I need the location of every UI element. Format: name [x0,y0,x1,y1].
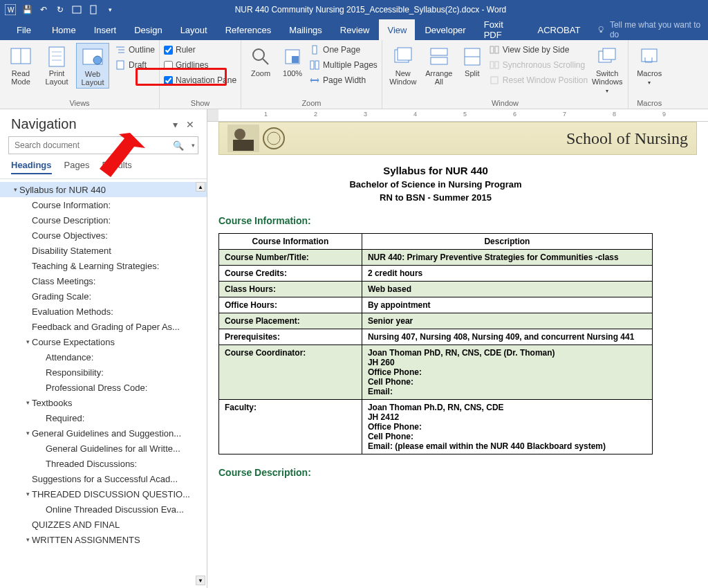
nav-item[interactable]: Feedback and Grading of Paper As... [0,319,207,334]
svg-rect-23 [310,61,314,69]
tab-insert[interactable]: Insert [86,19,125,40]
table-row: Course Placement:Senior year [219,313,653,329]
macros-button[interactable]: Macros▾ [633,43,666,87]
nav-item[interactable]: Evaluation Methods: [0,304,207,319]
nav-item[interactable]: ▾Textbooks [0,395,207,410]
nav-item[interactable]: ▾Course Expectations [0,334,207,349]
tree-twistie-icon[interactable]: ▾ [24,490,32,497]
nav-item[interactable]: ▾General Guidelines and Suggestion... [0,425,207,441]
search-input[interactable] [9,140,169,150]
multi-page-button[interactable]: Multiple Pages [309,58,378,72]
table-row: Course Coordinator:Joan Thoman PhD, RN, … [219,345,653,400]
tab-mailings[interactable]: Mailings [281,19,330,40]
nav-item-label: Required: [46,413,84,423]
tab-file[interactable]: File [6,19,42,40]
web-layout-button[interactable]: Web Layout [76,43,109,89]
nav-item[interactable]: Disability Statement [0,243,207,258]
qat-icon1[interactable] [71,3,83,16]
nav-item-label: Course Objectives: [32,230,108,241]
undo-icon[interactable]: ↶ [37,3,50,16]
nav-item[interactable]: Online Threaded Discussion Eva... [0,502,207,517]
row-key: Prerequisites: [219,329,362,345]
navtab-headings[interactable]: Headings [11,160,52,174]
nav-item[interactable]: ▾Syllabus for NUR 440 [0,182,207,197]
tab-developer[interactable]: Developer [416,19,474,40]
navtab-results[interactable]: Results [102,160,131,174]
row-value: Joan Thoman PhD, RN, CNS, CDE (Dr. Thoma… [362,345,652,400]
print-layout-button[interactable]: Print Layout [40,43,73,87]
group-zoom-label: Zoom [245,98,378,107]
tab-acrobat[interactable]: ACROBAT [529,19,588,40]
save-icon[interactable]: 💾 [21,3,33,16]
row-value: Web based [362,282,652,297]
tab-design[interactable]: Design [126,19,170,40]
table-row: Faculty:Joan Thoman Ph.D, RN, CNS, CDE J… [219,400,653,454]
search-icon[interactable]: 🔍 [169,140,188,151]
nav-item[interactable]: Attendance: [0,349,207,365]
tree-twistie-icon[interactable]: ▾ [24,399,32,406]
tree-twistie-icon[interactable]: ▾ [24,338,32,345]
read-mode-button[interactable]: Read Mode [4,43,37,87]
tab-view[interactable]: View [379,19,415,40]
nav-item[interactable]: Threaded Discussions: [0,456,207,471]
nav-item[interactable]: QUIZZES AND FINAL [0,517,207,532]
page-width-button[interactable]: Page Width [309,73,378,87]
nav-search[interactable]: 🔍 ▾ [8,136,198,154]
nav-item[interactable]: Class Meetings: [0,273,207,288]
svg-rect-22 [313,46,317,54]
tree-scroll-up[interactable]: ▲ [196,182,205,192]
group-show-label: Show [164,98,236,107]
doc-body[interactable]: Syllabus for NUR 440 Bachelor of Science… [207,155,708,478]
search-dropdown-icon[interactable]: ▾ [188,142,198,149]
tab-foxit[interactable]: Foxit PDF [476,19,528,40]
ruler-check[interactable] [164,46,173,55]
svg-rect-27 [398,48,411,60]
nav-item[interactable]: Grading Scale: [0,288,207,304]
tab-layout[interactable]: Layout [172,19,216,40]
nav-close[interactable]: ✕ [182,119,198,130]
nav-item[interactable]: Course Objectives: [0,228,207,243]
nav-item[interactable]: ▾THREADED DISCUSSION QUESTIO... [0,486,207,502]
tree-twistie-icon[interactable]: ▾ [24,430,32,437]
nav-item[interactable]: ▾WRITTEN ASSIGNMENTS [0,532,207,547]
tab-review[interactable]: Review [332,19,378,40]
outline-button[interactable]: Outline [115,43,155,57]
ruler-checkbox[interactable]: Ruler [164,43,236,57]
col-description: Description [362,234,652,250]
redo-icon[interactable]: ↻ [54,3,66,16]
navtab-pages[interactable]: Pages [64,160,90,174]
nav-item[interactable]: General Guidelines for all Writte... [0,441,207,456]
qat-icon2[interactable] [87,3,100,16]
nav-item[interactable]: Professional Dress Code: [0,380,207,395]
window-title: NUR 440 Community Nursing 2015_Accessibl… [116,5,625,15]
nav-item[interactable]: Course Description: [0,212,207,228]
zoom-button[interactable]: Zoom [245,43,276,79]
tree-twistie-icon[interactable]: ▾ [11,186,19,193]
titlebar: W 💾 ↶ ↻ ▾ NUR 440 Community Nursing 2015… [0,0,708,19]
svg-rect-29 [431,57,447,64]
tab-home[interactable]: Home [44,19,84,40]
nav-dropdown[interactable]: ▾ [169,119,182,130]
nav-item[interactable]: Suggestions for a Successful Acad... [0,471,207,486]
arrange-all-button[interactable]: Arrange All [422,43,456,87]
col-course-info: Course Information [219,234,362,250]
nav-item[interactable]: Responsibility: [0,365,207,380]
switch-windows-button[interactable]: Switch Windows ▾ [590,43,624,95]
qat-customize-icon[interactable]: ▾ [104,3,116,16]
navigation-pane: Navigation ▾ ✕ 🔍 ▾ Headings Pages Result… [0,109,207,588]
nav-item[interactable]: Required: [0,410,207,425]
tell-me[interactable]: Tell me what you want to do [590,19,708,40]
tab-references[interactable]: References [217,19,279,40]
nav-item[interactable]: Teaching & Learning Strategies: [0,258,207,273]
tree-scroll-down[interactable]: ▼ [196,576,205,585]
zoom-100-button[interactable]: 100% [279,43,306,79]
one-page-button[interactable]: One Page [309,43,378,57]
side-by-side-button[interactable]: View Side by Side [489,43,588,57]
nav-item[interactable]: Course Information: [0,197,207,212]
new-window-button[interactable]: New Window [386,43,420,87]
split-button[interactable]: Split [458,43,486,79]
outline-icon [115,44,126,55]
tree-twistie-icon[interactable]: ▾ [24,536,32,543]
horizontal-ruler[interactable]: 12345678910 [207,109,708,122]
svg-point-43 [263,128,284,149]
